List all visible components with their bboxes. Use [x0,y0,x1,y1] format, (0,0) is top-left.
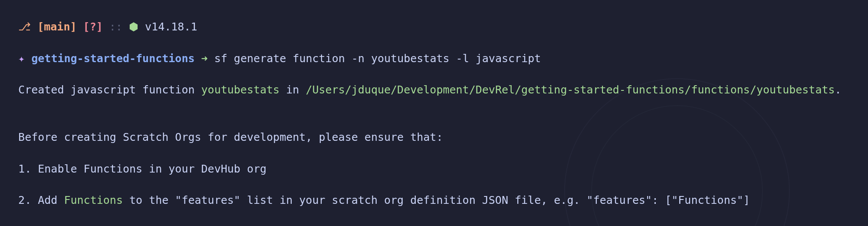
node-icon: ⬢ [129,20,138,33]
output-text: 2. Add [18,194,64,206]
output-step-1: 1. Enable Functions in your DevHub org [5,145,863,177]
output-text: Created javascript function [18,83,201,96]
branch-bracket-open: [ [37,20,44,33]
separator: :: [109,20,122,33]
git-branch-icon: ⎇ [18,20,31,33]
output-path: /Users/jduque/Development/DevRel/getting… [306,83,835,96]
branch-name: main [44,20,70,33]
blank-line [5,98,863,114]
project-name: getting-started-functions [31,52,194,65]
output-created-line: Created javascript function youtubestats… [5,66,863,98]
status-line-2: ⎇ [main] [?] :: ⬢ v14.18.1 took 4s [5,208,863,226]
output-text: 1. Enable Functions in your DevHub org [18,163,266,175]
prompt-line-1: ✦ getting-started-functions ➜ sf generat… [5,35,863,67]
output-text: . [835,83,842,96]
output-step-2: 2. Add Functions to the "features" list … [5,177,863,209]
output-text: Before creating Scratch Orgs for develop… [18,131,443,143]
status-line-1: ⎇ [main] [?] :: ⬢ v14.18.1 [5,3,863,35]
function-name: youtubestats [201,83,280,96]
prompt-arrow-icon: ➜ [201,52,208,65]
output-text: to the "features" list in your scratch o… [123,194,750,206]
branch-bracket-close: ] [70,20,76,33]
output-instruction-line: Before creating Scratch Orgs for develop… [5,114,863,146]
git-status-indicator: [?] [83,20,103,33]
prompt-sparkle-icon: ✦ [18,52,25,65]
functions-keyword: Functions [64,194,122,206]
command-input[interactable]: sf generate function -n youtubestats -l … [214,52,541,65]
node-version: v14.18.1 [145,20,197,33]
output-text: in [279,83,306,96]
